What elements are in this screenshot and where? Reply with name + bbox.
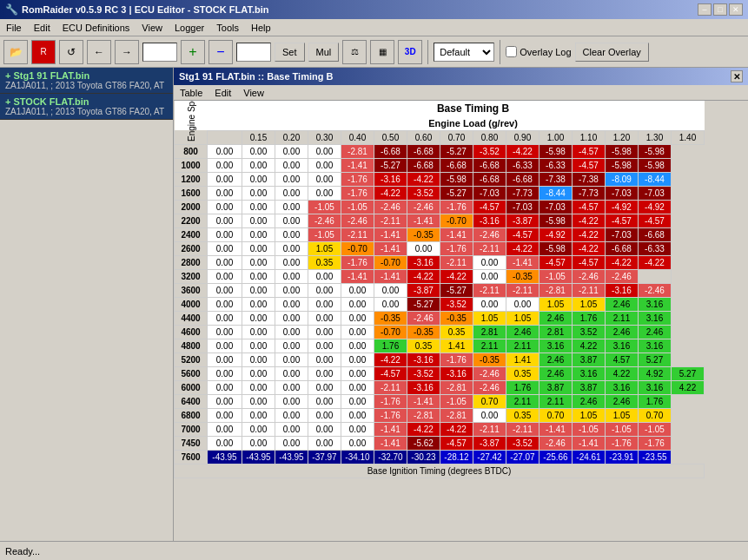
data-cell[interactable]: 4.57 <box>606 352 639 366</box>
table-row[interactable]: 44000.000.000.000.000.00-0.35-2.46-0.351… <box>175 311 705 325</box>
overlay-log-checkbox[interactable] <box>506 46 517 57</box>
table-row[interactable]: 28000.000.000.000.35-1.76-0.70-3.16-2.11… <box>175 255 705 269</box>
data-cell[interactable]: -3.87 <box>473 436 506 450</box>
data-cell[interactable]: 2.11 <box>506 394 539 408</box>
data-cell[interactable]: 4.22 <box>606 366 639 380</box>
data-cell[interactable]: -1.41 <box>374 269 407 283</box>
data-cell[interactable]: -7.73 <box>573 186 606 200</box>
data-cell[interactable]: 0.00 <box>242 297 275 311</box>
table-row[interactable]: 64000.000.000.000.000.00-1.76-1.41-1.050… <box>175 394 705 408</box>
menu-tools[interactable]: Tools <box>214 22 242 34</box>
data-cell[interactable]: 0.00 <box>473 255 506 269</box>
data-cell[interactable]: 2.11 <box>539 394 573 408</box>
data-cell[interactable]: -2.46 <box>308 214 341 227</box>
data-cell[interactable]: 0.00 <box>407 241 440 255</box>
data-cell[interactable]: -4.22 <box>606 255 639 269</box>
data-cell[interactable]: 0.00 <box>275 283 308 297</box>
data-cell[interactable]: 0.00 <box>341 311 374 325</box>
data-cell[interactable]: -2.11 <box>506 283 539 297</box>
data-cell[interactable]: -5.98 <box>606 144 639 158</box>
data-cell[interactable]: 0.00 <box>242 380 275 394</box>
table-row[interactable]: 48000.000.000.000.000.001.760.351.412.11… <box>175 339 705 352</box>
table-row[interactable]: 10000.000.000.000.00-1.41-5.27-6.68-6.68… <box>175 158 705 172</box>
data-cell[interactable]: 0.00 <box>208 158 242 172</box>
data-cell[interactable]: -4.22 <box>506 144 539 158</box>
data-cell[interactable]: 0.00 <box>374 297 407 311</box>
data-cell[interactable]: -43.95 <box>275 450 308 464</box>
data-cell[interactable]: 0.00 <box>473 297 506 311</box>
data-cell[interactable]: 0.00 <box>242 200 275 214</box>
data-cell[interactable]: -7.38 <box>539 172 573 186</box>
data-cell[interactable]: -1.41 <box>407 394 440 408</box>
data-cell[interactable]: -4.22 <box>440 269 473 283</box>
data-cell[interactable]: -4.22 <box>573 241 606 255</box>
data-cell[interactable]: 1.76 <box>573 311 606 325</box>
data-cell[interactable]: 1.05 <box>573 408 606 422</box>
data-cell[interactable]: -5.27 <box>440 186 473 200</box>
data-cell[interactable]: -1.41 <box>374 227 407 241</box>
menu-edit[interactable]: Edit <box>31 22 53 34</box>
data-cell[interactable]: 0.00 <box>341 339 374 352</box>
data-cell[interactable]: -2.81 <box>341 144 374 158</box>
data-cell[interactable]: -6.68 <box>407 144 440 158</box>
data-cell[interactable]: -4.57 <box>473 200 506 214</box>
data-cell[interactable]: 0.00 <box>275 311 308 325</box>
data-cell[interactable]: -4.22 <box>407 269 440 283</box>
data-cell[interactable]: -3.87 <box>407 283 440 297</box>
table-row[interactable]: 74500.000.000.000.000.00-1.41-5.62-4.57-… <box>175 436 705 450</box>
data-cell[interactable]: 0.00 <box>308 366 341 380</box>
data-cell[interactable]: -8.44 <box>639 172 672 186</box>
data-cell[interactable]: 3.52 <box>573 325 606 339</box>
data-cell[interactable]: 0.00 <box>308 436 341 450</box>
data-cell[interactable]: 2.46 <box>506 325 539 339</box>
data-cell[interactable]: 1.76 <box>506 380 539 394</box>
data-cell[interactable]: 0.00 <box>208 352 242 366</box>
data-cell[interactable]: 0.00 <box>308 297 341 311</box>
data-cell[interactable]: 0.00 <box>341 352 374 366</box>
data-cell[interactable]: -5.98 <box>639 144 672 158</box>
data-cell[interactable]: -2.81 <box>407 408 440 422</box>
data-cell[interactable]: 0.00 <box>275 144 308 158</box>
table-row[interactable]: 12000.000.000.000.00-1.76-3.16-4.22-5.98… <box>175 172 705 186</box>
data-cell[interactable]: 0.00 <box>242 255 275 269</box>
data-cell[interactable]: -8.09 <box>606 172 639 186</box>
data-cell[interactable]: -3.52 <box>473 144 506 158</box>
data-cell[interactable]: -4.57 <box>506 227 539 241</box>
minimize-button[interactable]: – <box>698 3 712 16</box>
data-cell[interactable]: 0.00 <box>341 380 374 394</box>
data-cell[interactable]: -24.61 <box>573 450 606 464</box>
data-cell[interactable]: -4.22 <box>407 422 440 436</box>
data-cell[interactable]: -2.11 <box>573 283 606 297</box>
data-cell[interactable]: -2.46 <box>374 200 407 214</box>
data-cell[interactable]: -1.76 <box>341 172 374 186</box>
data-cell[interactable]: 2.11 <box>506 339 539 352</box>
data-cell[interactable]: -1.41 <box>374 422 407 436</box>
data-cell[interactable]: 0.00 <box>275 422 308 436</box>
data-cell[interactable]: 0.00 <box>242 144 275 158</box>
data-cell[interactable]: -6.33 <box>506 158 539 172</box>
data-cell[interactable]: 0.00 <box>208 269 242 283</box>
data-cell[interactable]: 0.00 <box>308 380 341 394</box>
data-cell[interactable]: 0.00 <box>242 422 275 436</box>
data-cell[interactable]: -3.52 <box>506 436 539 450</box>
data-cell[interactable]: -2.46 <box>341 214 374 227</box>
data-cell[interactable]: -0.35 <box>407 227 440 241</box>
table-row[interactable]: 26000.000.000.001.05-0.70-1.410.00-1.76-… <box>175 241 705 255</box>
menu-help[interactable]: Help <box>248 22 274 34</box>
table-menu-table[interactable]: Table <box>177 87 205 99</box>
data-cell[interactable]: -1.41 <box>374 241 407 255</box>
data-cell[interactable]: -7.38 <box>573 172 606 186</box>
data-cell[interactable]: 0.00 <box>208 241 242 255</box>
data-cell[interactable]: -1.41 <box>506 255 539 269</box>
data-cell[interactable]: 2.46 <box>539 311 573 325</box>
data-cell[interactable]: -3.52 <box>407 186 440 200</box>
data-cell[interactable]: -1.41 <box>341 158 374 172</box>
data-cell[interactable]: -27.07 <box>506 450 539 464</box>
data-cell[interactable]: -7.73 <box>506 186 539 200</box>
data-cell[interactable]: 0.00 <box>308 172 341 186</box>
data-cell[interactable]: -1.05 <box>639 422 672 436</box>
data-cell[interactable]: -2.11 <box>374 214 407 227</box>
data-cell[interactable]: -4.57 <box>573 158 606 172</box>
menu-view[interactable]: View <box>139 22 165 34</box>
data-cell[interactable]: 3.87 <box>573 380 606 394</box>
